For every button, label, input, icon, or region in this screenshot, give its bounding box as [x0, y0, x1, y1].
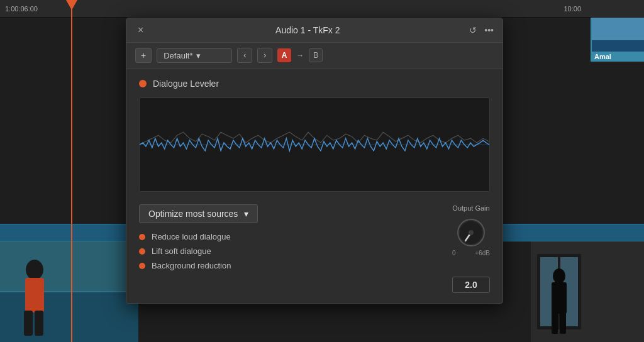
knob-svg[interactable] [457, 218, 486, 247]
svg-point-11 [553, 268, 565, 284]
svg-rect-4 [25, 278, 44, 312]
knob-max-label: +6dB [475, 250, 490, 256]
bg-reduction-input[interactable] [452, 277, 490, 293]
nav-prev-button[interactable]: ‹ [237, 48, 252, 63]
optimize-dropdown[interactable]: Optimize most sources ▾ [139, 204, 258, 223]
label-b-button[interactable]: B [309, 48, 323, 62]
svg-rect-12 [552, 282, 567, 314]
arrow-icon: → [296, 51, 304, 60]
optimize-label: Optimize most sources [148, 209, 238, 219]
option-row-3: Background reduction [139, 261, 427, 270]
thumbnail-image-right-2 [531, 241, 587, 342]
thumbnail-strip-left [0, 241, 138, 342]
thumbnail-label: Amal [592, 52, 644, 62]
preset-dropdown[interactable]: Default* ▾ [157, 48, 232, 63]
svg-point-23 [469, 230, 474, 235]
output-gain-label: Output Gain [452, 204, 489, 212]
section-title: Dialogue Leveler [153, 79, 219, 89]
svg-rect-13 [552, 312, 558, 334]
option-label-1: Reduce loud dialogue [152, 232, 231, 241]
preset-chevron: ▾ [196, 51, 201, 60]
option-row-1: Reduce loud dialogue [139, 232, 427, 241]
nav-next-button[interactable]: › [257, 48, 272, 63]
thumbnail-top-right: Amal [591, 18, 644, 62]
knob-min-label: 0 [452, 250, 456, 256]
close-button[interactable]: × [135, 25, 146, 36]
waveform-display [139, 97, 490, 192]
svg-rect-6 [35, 311, 43, 336]
controls-row: Optimize most sources ▾ Reduce loud dial… [139, 204, 490, 293]
option-row-2: Lift soft dialogue [139, 246, 427, 256]
option-label-2: Lift soft dialogue [152, 246, 211, 256]
thumbnail-image-left [0, 241, 138, 342]
svg-point-3 [26, 260, 43, 280]
time-left: 1:00:06:00 [5, 5, 38, 13]
modal-header: × Audio 1 - TkFx 2 ↺ ••• [126, 18, 502, 43]
modal-dialog: × Audio 1 - TkFx 2 ↺ ••• + Default* ▾ ‹ … [126, 18, 503, 304]
svg-rect-5 [24, 311, 33, 336]
option-dot-3[interactable] [139, 263, 145, 269]
knob-scale: 0 +6dB [452, 250, 490, 256]
controls-right: Output Gain 0 +6dB [452, 204, 490, 293]
modal-toolbar: + Default* ▾ ‹ › A → B [126, 43, 502, 69]
playhead-head [66, 0, 77, 10]
option-dot-1[interactable] [139, 234, 145, 240]
section-header: Dialogue Leveler [139, 79, 490, 89]
knob-container: 0 +6dB [452, 218, 490, 256]
thumbnail-strip-right [531, 241, 644, 342]
history-icon[interactable]: ↺ [469, 25, 477, 35]
modal-body: Dialogue Leveler Optimize most sources ▾ [126, 69, 502, 303]
modal-header-icons: ↺ ••• [469, 25, 494, 35]
timeline-ruler: 1:00:06:00 10:00 [0, 0, 644, 18]
more-icon[interactable]: ••• [484, 25, 494, 35]
time-right: 10:00 [564, 5, 581, 13]
playhead[interactable] [71, 0, 72, 342]
svg-rect-14 [560, 312, 566, 334]
bg-reduction-value-wrapper [452, 277, 490, 293]
option-dot-2[interactable] [139, 248, 145, 255]
waveform-svg [140, 98, 489, 191]
optimize-chevron: ▾ [244, 209, 248, 219]
label-a-button[interactable]: A [277, 48, 291, 62]
add-button[interactable]: + [135, 48, 152, 63]
option-label-3: Background reduction [152, 261, 231, 270]
preset-value: Default* [164, 51, 192, 60]
section-toggle-dot[interactable] [139, 80, 147, 87]
modal-title: Audio 1 - TkFx 2 [146, 25, 469, 35]
svg-rect-1 [0, 292, 138, 342]
controls-left: Optimize most sources ▾ Reduce loud dial… [139, 204, 427, 275]
